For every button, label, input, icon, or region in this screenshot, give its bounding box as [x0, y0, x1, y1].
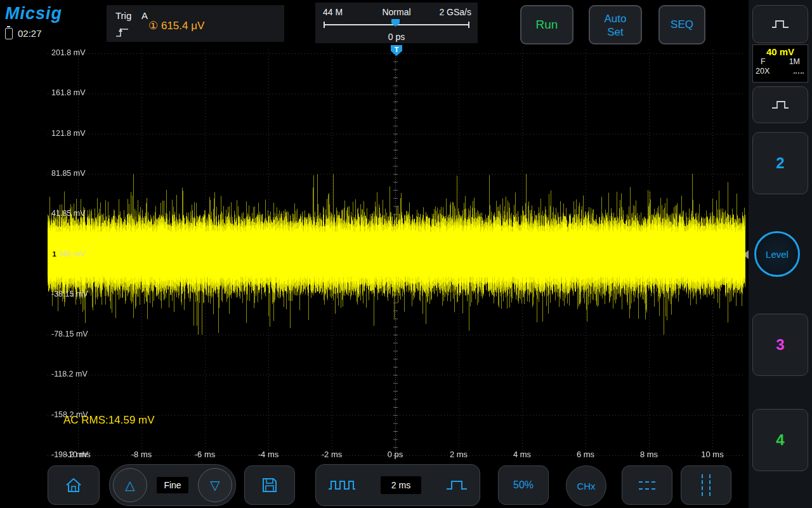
ch1-probe: 20X [756, 67, 769, 76]
y-axis-label: 41.85 mV [51, 209, 95, 218]
y-axis-label: 161.8 mV [51, 88, 95, 97]
ch3-button[interactable]: 3 [752, 314, 808, 376]
dashed-lines-icon [639, 481, 655, 490]
home-icon [65, 477, 82, 493]
clock: 02:27 [18, 28, 42, 39]
ch1-scale: 40 mV [753, 46, 808, 57]
x-axis-label: 10 ms [701, 450, 723, 459]
autoset-label-line2: Set [590, 25, 641, 39]
x-axis-label: -6 ms [195, 450, 216, 459]
oscilloscope-app: Micsig 02:27 Trig A ① 615.4 μV 44 M Norm… [0, 0, 812, 508]
right-sidebar: 40 mV F 1M 20X 2 Level 3 4 [749, 0, 812, 508]
trigger-info-panel[interactable]: Trig A ① 615.4 μV [107, 5, 284, 42]
bottom-toolbar: △ Fine ▽ 2 ms 50% CHx [0, 460, 749, 508]
trigger-level-marker-icon[interactable] [734, 250, 742, 259]
probe-dots-icon [794, 70, 804, 74]
autoset-button[interactable]: Auto Set [589, 5, 642, 44]
sample-rate: 2 GSa/s [439, 7, 471, 17]
run-button[interactable]: Run [520, 5, 573, 44]
y-axis-label: -78.15 mV [51, 330, 95, 338]
ch1-info-button[interactable]: 40 mV F 1M 20X [752, 44, 808, 83]
fine-adjust-group: △ Fine ▽ [109, 464, 236, 506]
x-axis-label: 0 ps [388, 450, 403, 459]
y-axis-label: 201.8 mV [51, 48, 95, 57]
plot-area: 201.8 mV161.8 mV121.8 mV81.85 mV41.85 mV… [48, 44, 745, 462]
increase-button[interactable]: △ [113, 468, 147, 502]
x-axis-label: -2 ms [322, 450, 343, 459]
timebase-value: 2 ms [381, 476, 421, 494]
trigger-delay: 0 ps [315, 32, 478, 42]
trig-slot: A [141, 10, 148, 21]
y-axis-label: -38.15 mV [51, 290, 95, 298]
single-pulse-icon [446, 479, 468, 491]
waveform-next-button[interactable] [752, 86, 808, 123]
waveform-prev-button[interactable] [752, 5, 808, 43]
trig-title: Trig [115, 10, 131, 21]
trig-level-value: ① 615.4 μV [148, 19, 204, 32]
level-knob[interactable]: Level [754, 231, 800, 277]
horizontal-cursor-button[interactable] [622, 465, 672, 505]
y-axis-label: -118.2 mV [51, 370, 95, 378]
battery-icon [5, 28, 13, 39]
slider-left-tick [324, 22, 325, 28]
x-axis-label: -4 ms [258, 450, 279, 459]
micsig-logo: Micsig [5, 4, 62, 23]
ch4-button[interactable]: 4 [752, 409, 808, 471]
x-axis-label: 4 ms [513, 450, 531, 459]
ch2-button[interactable]: 2 [752, 132, 808, 194]
y-axis-label: 121.8 mV [51, 129, 95, 138]
seq-button[interactable]: SEQ [658, 5, 705, 44]
multi-pulse-icon [328, 479, 356, 491]
x-axis-label: 8 ms [640, 450, 658, 459]
fine-label: Fine [157, 477, 188, 493]
waveform-canvas[interactable] [48, 44, 745, 462]
x-axis-label: -8 ms [131, 450, 152, 459]
ch1-coupling: F [761, 57, 766, 67]
autoset-label-line1: Auto [590, 12, 641, 25]
decrease-button[interactable]: ▽ [198, 468, 232, 502]
x-axis-label: 2 ms [450, 450, 468, 459]
x-axis-label: 6 ms [577, 450, 594, 459]
triangle-up-icon: △ [125, 478, 134, 493]
home-button[interactable] [48, 465, 100, 505]
ch1-impedance: 1M [789, 57, 800, 67]
chx-button[interactable]: CHx [566, 465, 606, 506]
fifty-percent-button[interactable]: 50% [498, 465, 549, 505]
save-icon [261, 477, 278, 493]
triangle-down-icon: ▽ [210, 478, 219, 493]
vertical-cursor-button[interactable] [681, 465, 731, 505]
vertical-dashed-lines-icon [702, 474, 710, 496]
y-axis-label: 81.85 mV [51, 169, 95, 178]
slider-right-tick [468, 22, 469, 28]
pulse-icon [771, 99, 790, 110]
trigger-position-marker-icon[interactable] [391, 19, 400, 27]
acquisition-panel[interactable]: 44 M Normal 2 GSa/s 0 ps [315, 3, 478, 43]
measurement-readout: AC RMS:14.59 mV [63, 414, 155, 427]
x-axis-label: -10 ms [65, 450, 91, 459]
timebase-group[interactable]: 2 ms [315, 464, 480, 506]
save-button[interactable] [244, 465, 295, 505]
pulse-icon [771, 18, 790, 30]
rising-edge-icon [115, 27, 130, 38]
